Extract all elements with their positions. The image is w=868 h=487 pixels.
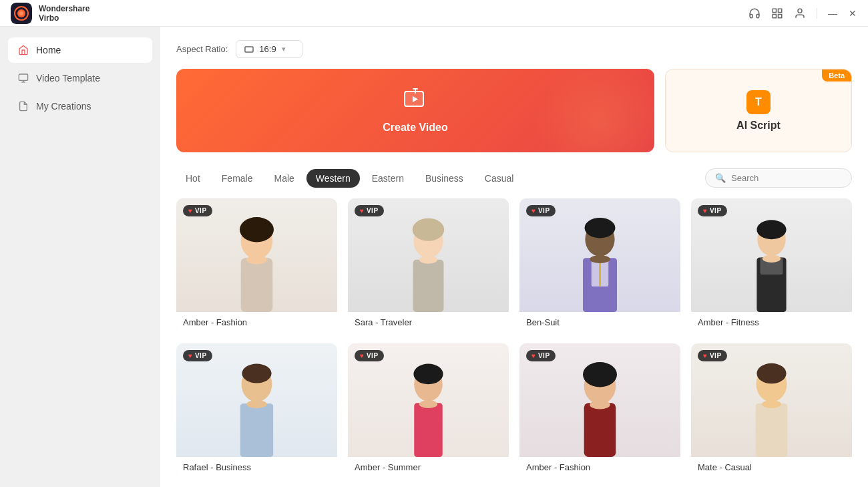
close-button[interactable]: ✕: [848, 9, 857, 18]
action-cards: Create Video Beta T AI Script: [176, 69, 852, 152]
avatar-image-amber-fashion: ♥ VIP: [176, 198, 337, 312]
vip-heart-icon: ♥: [703, 352, 707, 359]
svg-point-45: [419, 400, 437, 408]
svg-point-49: [604, 365, 613, 378]
avatar-card-mate-casual[interactable]: ♥ VIP Mate - Casual: [691, 343, 852, 478]
video-template-icon: [17, 72, 29, 84]
avatar-name-amber-summer: Amber - Summer: [348, 457, 509, 478]
ai-script-label: AI Script: [736, 120, 781, 132]
avatar-name-amber-fashion: Amber - Fashion: [176, 312, 337, 333]
vip-badge-amber-fashion: ♥ VIP: [183, 205, 212, 216]
avatar-name-sara-traveler: Sara - Traveler: [348, 312, 509, 333]
user-icon[interactable]: [794, 7, 806, 19]
grid-icon[interactable]: [771, 7, 783, 19]
aspect-ratio-value: 16:9: [259, 44, 276, 54]
vip-text: VIP: [195, 207, 207, 214]
avatar-card-sara-traveler[interactable]: ♥ VIP Sara - Traveler: [348, 198, 509, 333]
vip-heart-icon: ♥: [703, 207, 707, 214]
content-area: Aspect Ratio: 16:9 ▾: [160, 27, 868, 487]
minimize-button[interactable]: —: [828, 9, 837, 18]
sidebar: Home Video Template My Creations: [0, 27, 160, 487]
svg-rect-24: [413, 260, 444, 312]
create-video-card[interactable]: Create Video: [176, 69, 654, 152]
aspect-ratio-bar: Aspect Ratio: 16:9 ▾: [176, 40, 852, 58]
ai-script-icon: T: [746, 90, 771, 114]
home-icon: [17, 44, 29, 56]
vip-text: VIP: [195, 352, 207, 359]
vip-heart-icon: ♥: [188, 207, 192, 214]
avatar-name-ben-suit: Ben-Suit: [519, 312, 680, 333]
tab-hot[interactable]: Hot: [176, 169, 210, 188]
search-box: 🔍: [705, 168, 852, 188]
svg-rect-50: [584, 403, 616, 457]
vip-text: VIP: [710, 352, 722, 359]
sidebar-home-label: Home: [36, 45, 61, 55]
avatar-card-ben-suit[interactable]: ♥ VIP Ben-Suit: [519, 198, 680, 333]
ai-script-card[interactable]: Beta T AI Script: [665, 69, 852, 152]
vip-badge-rafael-business: ♥ VIP: [183, 350, 212, 361]
svg-point-48: [587, 365, 596, 378]
svg-point-18: [244, 220, 253, 233]
tab-eastern[interactable]: Eastern: [363, 169, 413, 188]
svg-point-21: [246, 255, 267, 265]
avatar-image-amber-fashion2: ♥ VIP: [519, 343, 680, 457]
avatar-image-amber-fitness: ♥ VIP: [691, 198, 852, 312]
svg-rect-4: [773, 9, 776, 12]
beta-badge: Beta: [822, 69, 851, 82]
svg-point-28: [585, 218, 616, 238]
svg-rect-9: [19, 74, 27, 80]
tab-business[interactable]: Business: [416, 169, 473, 188]
svg-point-32: [590, 255, 610, 263]
avatar-name-mate-casual: Mate - Casual: [691, 457, 852, 478]
titlebar-icons: — ✕: [748, 7, 857, 19]
avatar-card-amber-fitness[interactable]: ♥ VIP Amber - Fitness: [691, 198, 852, 333]
vip-badge-amber-fitness: ♥ VIP: [698, 205, 727, 216]
headset-icon[interactable]: [748, 7, 761, 19]
svg-point-34: [756, 220, 786, 239]
vip-text: VIP: [367, 207, 379, 214]
vip-text: VIP: [367, 352, 379, 359]
avatar-card-rafael-business[interactable]: ♥ VIP Rafael - Business: [176, 343, 337, 478]
main-layout: Home Video Template My Creations Aspect: [0, 27, 868, 487]
avatar-card-amber-fashion[interactable]: ♥ VIP Amber - Fashion: [176, 198, 337, 333]
app-name: Wondershare Virbo: [39, 4, 89, 23]
svg-rect-44: [414, 403, 443, 457]
vip-heart-icon: ♥: [360, 207, 364, 214]
svg-point-41: [246, 400, 267, 408]
svg-point-51: [590, 400, 610, 410]
sidebar-video-template-label: Video Template: [36, 73, 100, 84]
svg-rect-5: [779, 9, 782, 12]
create-video-icon: [403, 88, 427, 116]
search-input[interactable]: [731, 173, 843, 183]
svg-point-3: [19, 11, 23, 15]
avatar-name-rafael-business: Rafael - Business: [176, 457, 337, 478]
avatar-card-amber-summer[interactable]: ♥ VIP Amber - Summer: [348, 343, 509, 478]
svg-point-39: [242, 364, 271, 383]
svg-point-43: [413, 364, 443, 385]
vip-heart-icon: ♥: [531, 352, 535, 359]
avatar-card-amber-fashion2[interactable]: ♥ VIP Amber - Fashion: [519, 343, 680, 478]
avatar-image-amber-summer: ♥ VIP: [348, 343, 509, 457]
svg-rect-20: [241, 258, 273, 312]
tab-western[interactable]: Western: [306, 169, 360, 188]
svg-rect-6: [773, 14, 776, 17]
vip-text: VIP: [538, 352, 550, 359]
aspect-ratio-select[interactable]: 16:9 ▾: [236, 40, 302, 58]
svg-point-53: [756, 363, 786, 384]
sidebar-item-home[interactable]: Home: [8, 37, 152, 63]
titlebar-separator: [817, 8, 817, 19]
titlebar: Wondershare Virbo — ✕: [0, 0, 868, 27]
avatar-image-sara-traveler: ♥ VIP: [348, 198, 509, 312]
sidebar-my-creations-label: My Creations: [36, 101, 91, 112]
avatar-image-mate-casual: ♥ VIP: [691, 343, 852, 457]
tab-male[interactable]: Male: [264, 169, 303, 188]
app-branding: Wondershare Virbo: [11, 3, 89, 24]
vip-heart-icon: ♥: [188, 352, 192, 359]
vip-badge-ben-suit: ♥ VIP: [526, 205, 556, 216]
svg-point-37: [763, 255, 781, 263]
tab-female[interactable]: Female: [212, 169, 262, 188]
tab-casual[interactable]: Casual: [475, 169, 523, 188]
vip-badge-mate-casual: ♥ VIP: [698, 350, 727, 361]
sidebar-item-video-template[interactable]: Video Template: [8, 65, 152, 91]
sidebar-item-my-creations[interactable]: My Creations: [8, 94, 152, 119]
